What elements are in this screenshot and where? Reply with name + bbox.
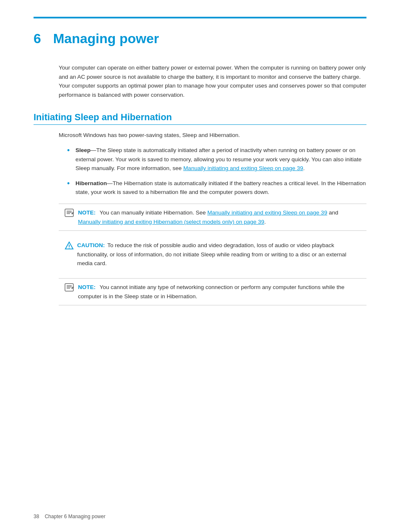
note-2-content: NOTE: You cannot initiate any type of ne… [78,283,361,301]
caution-box: CAUTION:To reduce the risk of possible a… [59,237,366,272]
top-border [34,17,366,18]
caution-content: CAUTION:To reduce the risk of possible a… [77,241,361,268]
bullet-term-1: Sleep—The Sleep state is automatically i… [75,147,361,171]
intro-paragraph: Your computer can operate on either batt… [59,63,366,99]
note-2-label: NOTE: [78,284,96,290]
caution-icon [65,241,74,251]
note-1-label: NOTE: [78,209,96,216]
chapter-number: 6 [34,31,41,46]
section-title: Initiating Sleep and Hibernation [34,112,366,125]
footer-chapter-label: Chapter 6 Managing power [45,514,106,519]
bullet-term-2: Hibernation—The Hibernation state is aut… [75,180,366,196]
note-box-2: NOTE: You cannot initiate any type of ne… [59,278,366,305]
page-container: 6 Managing power Your computer can opera… [0,0,400,336]
list-item: Hibernation—The Hibernation state is aut… [67,179,366,197]
section-intro: Microsoft Windows has two power-saving s… [59,131,366,140]
svg-point-5 [69,248,70,248]
footer-page-number: 38 [34,514,39,519]
note-icon [65,209,75,218]
bullet-list: Sleep—The Sleep state is automatically i… [67,146,366,197]
note-1-text-end: . [264,219,266,225]
chapter-title-text: Managing power [53,31,159,46]
sleep-link[interactable]: Manually initiating and exiting Sleep on… [183,165,303,171]
footer: 38 Chapter 6 Managing power [34,514,105,519]
note-1-text-middle: and [327,209,338,216]
note-2-icon [65,283,75,292]
caution-label: CAUTION: [77,242,105,248]
note-box-1: NOTE: You can manually initiate Hibernat… [59,204,366,231]
note-1-link-1[interactable]: Manually initiating and exiting Sleep on… [207,209,327,216]
caution-text: To reduce the risk of possible audio and… [77,242,346,266]
list-item: Sleep—The Sleep state is automatically i… [67,146,366,173]
note-2-text: You cannot initiate any type of networki… [78,284,345,300]
note-1-content: NOTE: You can manually initiate Hibernat… [78,208,361,226]
note-1-text-before: You can manually initiate Hibernation. S… [100,209,208,216]
chapter-title: 6 Managing power [34,31,366,46]
note-1-link-2[interactable]: Manually initiating and exiting Hibernat… [78,219,264,225]
